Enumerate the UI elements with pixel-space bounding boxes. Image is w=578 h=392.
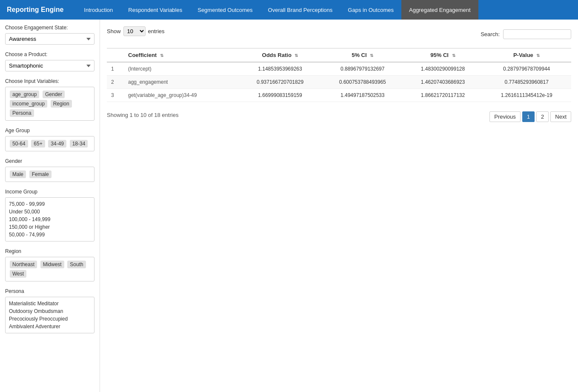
search-label: Search: — [481, 31, 500, 37]
row-1-ci5: 0.88967979132697 — [321, 62, 404, 76]
nav-segmented-outcomes[interactable]: Segmented Outcomes — [190, 0, 260, 20]
sort-ci5-icon: ⇅ — [370, 53, 373, 58]
engagement-state-label: Choose Engagement State: — [5, 25, 94, 31]
income-group-list[interactable]: 75,000 - 99,999 Under 50,000 100,000 - 1… — [5, 197, 94, 241]
tag-midwest[interactable]: Midwest — [40, 261, 64, 268]
persona-list[interactable]: Materialistic Meditator Outdoorsy Ombuds… — [5, 297, 94, 333]
tag-50-64[interactable]: 50-64 — [10, 140, 28, 148]
showing-entries-text: Showing 1 to 10 of 18 entries — [107, 112, 178, 118]
row-3-ci5: 1.49497187502533 — [321, 89, 404, 102]
tag-income-group[interactable]: income_group — [10, 100, 47, 108]
row-2-ci95: 1.46207403686923 — [404, 76, 482, 89]
nav-respondent-variables[interactable]: Respondent Variables — [120, 0, 190, 20]
pagination-page-1[interactable]: 1 — [522, 111, 535, 122]
pagination-previous[interactable]: Previous — [489, 111, 521, 122]
row-1-odds-ratio: 1.14853953969263 — [239, 62, 321, 76]
row-2-coefficient: agg_engagement — [124, 76, 239, 89]
income-item-2[interactable]: 100,000 - 149,999 — [9, 216, 91, 223]
tag-18-34[interactable]: 18-34 — [70, 140, 88, 148]
income-item-1[interactable]: Under 50,000 — [9, 208, 91, 216]
sidebar: Choose Engagement State: Awareness Consi… — [0, 20, 100, 392]
row-2-ci5: 0.600753788493965 — [321, 76, 404, 89]
nav-aggregated-engagement[interactable]: Aggregated Engagement — [401, 0, 478, 20]
tag-65plus[interactable]: 65+ — [31, 140, 45, 148]
engagement-state-section: Choose Engagement State: Awareness Consi… — [5, 25, 94, 45]
product-label: Choose a Product: — [5, 51, 94, 57]
row-3-odds-ratio: 1.66999083159159 — [239, 89, 321, 102]
pagination: Previous 1 2 Next — [489, 111, 571, 122]
show-entries-select[interactable]: 10 25 50 100 — [123, 26, 146, 36]
row-3-pvalue: 1.2616111345412e-19 — [482, 89, 571, 102]
tag-male[interactable]: Male — [10, 170, 26, 178]
input-variables-section: Choose Input Variables: age_group Gender… — [5, 78, 94, 121]
income-item-3[interactable]: 150,000 or Higher — [9, 223, 91, 231]
col-coefficient[interactable]: Coefficient ⇅ — [124, 48, 239, 62]
income-group-label: Income Group — [5, 189, 94, 195]
tag-female[interactable]: Female — [29, 170, 52, 178]
entries-label: entries — [148, 28, 165, 34]
gender-label: Gender — [5, 158, 94, 164]
tag-persona[interactable]: Persona — [10, 109, 34, 117]
row-3-coefficient: get(variable_age_group)34-49 — [124, 89, 239, 102]
tag-region[interactable]: Region — [51, 100, 72, 108]
income-group-section: Income Group 75,000 - 99,999 Under 50,00… — [5, 189, 94, 241]
page-layout: Choose Engagement State: Awareness Consi… — [0, 20, 578, 392]
col-pvalue[interactable]: P-Value ⇅ — [482, 48, 571, 62]
nav-menu: Introduction Respondent Variables Segmen… — [76, 0, 478, 20]
table-row: 2 agg_engagement 0.937166720701829 0.600… — [107, 76, 571, 89]
search-input[interactable] — [503, 29, 571, 39]
table-controls: Show 10 25 50 100 entries Search: — [107, 26, 571, 43]
row-3-num: 3 — [107, 89, 124, 102]
persona-label: Persona — [5, 288, 94, 294]
age-group-tag-box[interactable]: 50-64 65+ 34-49 18-34 — [5, 136, 94, 151]
engagement-state-select[interactable]: Awareness Consideration Purchase Loyalty — [5, 33, 94, 45]
persona-item-1[interactable]: Outdoorsy Ombudsman — [9, 307, 91, 315]
col-row-num — [107, 48, 124, 62]
tag-west[interactable]: West — [10, 270, 26, 278]
show-entries-control: Show 10 25 50 100 entries — [107, 26, 165, 36]
row-2-num: 2 — [107, 76, 124, 89]
tag-age-group[interactable]: age_group — [10, 91, 39, 98]
row-3-ci95: 1.86621720117132 — [404, 89, 482, 102]
col-odds-ratio[interactable]: Odds Ratio ⇅ — [239, 48, 321, 62]
persona-item-3[interactable]: Ambivalent Adventurer — [9, 323, 91, 330]
income-item-0[interactable]: 75,000 - 99,999 — [9, 200, 91, 208]
age-group-label: Age Group — [5, 128, 94, 134]
input-variables-label: Choose Input Variables: — [5, 78, 94, 84]
tag-south[interactable]: South — [67, 261, 86, 268]
gender-section: Gender Male Female — [5, 158, 94, 182]
pagination-next[interactable]: Next — [550, 111, 571, 122]
row-2-odds-ratio: 0.937166720701829 — [239, 76, 321, 89]
age-group-section: Age Group 50-64 65+ 34-49 18-34 — [5, 128, 94, 151]
sort-pvalue-icon: ⇅ — [536, 53, 540, 58]
persona-item-2[interactable]: Precociously Preoccupied — [9, 315, 91, 323]
show-label: Show — [107, 28, 121, 34]
pagination-page-2[interactable]: 2 — [536, 111, 549, 122]
region-label: Region — [5, 248, 94, 254]
income-item-4[interactable]: 50,000 - 74,999 — [9, 231, 91, 239]
row-2-pvalue: 0.77485293960817 — [482, 76, 571, 89]
table-row: 1 (Intercept) 1.14853953969263 0.8896797… — [107, 62, 571, 76]
persona-item-0[interactable]: Materialistic Meditator — [9, 300, 91, 307]
gender-tag-box[interactable]: Male Female — [5, 167, 94, 182]
tag-gender[interactable]: Gender — [43, 91, 65, 98]
results-table: Coefficient ⇅ Odds Ratio ⇅ 5% CI ⇅ 95% C… — [107, 48, 571, 102]
region-tag-box[interactable]: Northeast Midwest South West — [5, 257, 94, 281]
sort-coefficient-icon: ⇅ — [160, 53, 163, 58]
nav-gaps-in-outcomes[interactable]: Gaps in Outcomes — [340, 0, 401, 20]
product-select[interactable]: Smartophonic Product B Product C — [5, 60, 94, 71]
row-1-pvalue: 0.287979678709944 — [482, 62, 571, 76]
main-content: Show 10 25 50 100 entries Search: C — [100, 20, 578, 392]
persona-section: Persona Materialistic Meditator Outdoors… — [5, 288, 94, 333]
tag-34-49[interactable]: 34-49 — [48, 140, 66, 148]
input-variables-tag-box[interactable]: age_group Gender income_group Region Per… — [5, 87, 94, 121]
region-section: Region Northeast Midwest South West — [5, 248, 94, 281]
col-ci95[interactable]: 95% CI ⇅ — [404, 48, 482, 62]
nav-introduction[interactable]: Introduction — [76, 0, 120, 20]
row-1-ci95: 1.48300290099128 — [404, 62, 482, 76]
sort-odds-ratio-icon: ⇅ — [295, 53, 298, 58]
nav-overall-brand-perceptions[interactable]: Overall Brand Perceptions — [260, 0, 341, 20]
tag-northeast[interactable]: Northeast — [10, 261, 37, 268]
top-navigation: Reporting Engine Introduction Respondent… — [0, 0, 578, 20]
col-ci5[interactable]: 5% CI ⇅ — [321, 48, 404, 62]
